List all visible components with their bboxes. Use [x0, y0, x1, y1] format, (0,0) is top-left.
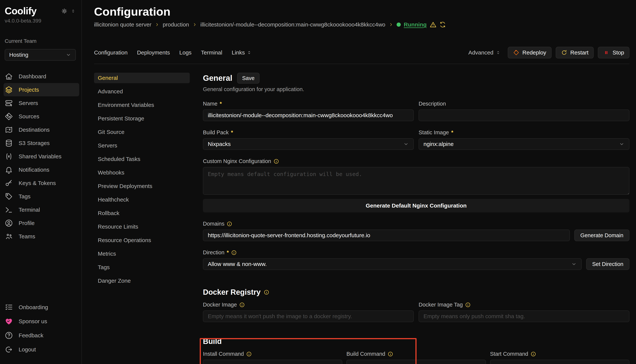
sidebar-item-keys-tokens[interactable]: Keys & Tokens [4, 176, 79, 190]
generate-nginx-config-button[interactable]: Generate Default Nginx Configuration [203, 199, 629, 212]
sidebar-item-shared-variables[interactable]: Shared Variables [4, 150, 79, 163]
subnav-git-source[interactable]: Git Source [94, 127, 190, 137]
sidebar-item-sponsor-us[interactable]: Sponsor us [4, 314, 79, 328]
start-command-input[interactable] [490, 360, 629, 364]
sidebar-item-label: Onboarding [19, 304, 48, 310]
build-command-input[interactable] [346, 360, 486, 364]
description-input[interactable] [418, 110, 629, 121]
subnav-healthcheck[interactable]: Healthcheck [94, 194, 190, 205]
app-root: Coolify v4.0.0-beta.399 Current Team Hos… [0, 0, 636, 364]
collapse-sidebar-icon[interactable] [71, 8, 76, 14]
theme-sun-icon[interactable] [61, 8, 68, 14]
sidebar-item-servers[interactable]: Servers [4, 96, 79, 110]
breadcrumb-environment[interactable]: production [163, 22, 189, 28]
sidebar-item-sources[interactable]: Sources [4, 110, 79, 123]
layers-icon [5, 86, 13, 94]
tab-deployments[interactable]: Deployments [137, 50, 170, 56]
advanced-dropdown[interactable]: Advanced [468, 50, 500, 56]
restart-icon [561, 50, 567, 56]
sidebar-item-feedback[interactable]: Feedback [4, 328, 79, 342]
label-text: Build Command [346, 351, 385, 357]
info-icon[interactable] [239, 302, 245, 308]
warning-triangle-icon[interactable] [430, 21, 437, 28]
tab-configuration[interactable]: Configuration [94, 50, 127, 56]
subnav-resource-operations[interactable]: Resource Operations [94, 235, 190, 246]
info-icon[interactable] [465, 302, 471, 308]
bell-icon [5, 166, 13, 174]
sidebar-item-onboarding[interactable]: Onboarding [4, 300, 79, 314]
subnav-persistent-storage[interactable]: Persistent Storage [94, 113, 190, 124]
label-text: Description [418, 101, 446, 107]
docker-image-tag-input[interactable] [418, 310, 629, 322]
custom-nginx-textarea[interactable] [203, 167, 629, 195]
breadcrumb-application[interactable]: illicitestonion/-module--decomposition:m… [200, 22, 385, 28]
refresh-icon[interactable] [440, 22, 446, 28]
sidebar-item-label: S3 Storages [19, 140, 50, 146]
subnav-metrics[interactable]: Metrics [94, 248, 190, 259]
build-command-field-group: Build Command [346, 346, 486, 364]
build-pack-select[interactable]: Nixpacks [203, 138, 414, 150]
save-button[interactable]: Save [237, 73, 259, 84]
sidebar-item-profile[interactable]: Profile [4, 216, 79, 230]
breadcrumb-project[interactable]: illicitonion quote server [94, 22, 151, 28]
sidebar-item-dashboard[interactable]: Dashboard [4, 70, 79, 83]
sidebar-item-projects[interactable]: Projects [4, 83, 79, 96]
chevron-right-icon [389, 22, 393, 27]
subnav-servers[interactable]: Servers [94, 140, 190, 151]
sidebar-footer-nav: Onboarding Sponsor us Feedback Logout [5, 300, 76, 356]
docker-image-field-group: Docker Image [203, 296, 414, 322]
subnav-rollback[interactable]: Rollback [94, 208, 190, 218]
subnav-general[interactable]: General [94, 73, 190, 83]
info-icon[interactable] [231, 250, 237, 256]
sidebar-item-teams[interactable]: Teams [4, 230, 79, 243]
build-pack-label: Build Pack* [203, 130, 414, 136]
info-icon[interactable] [246, 351, 252, 357]
sidebar-item-tags[interactable]: Tags [4, 190, 79, 203]
subnav-danger-zone[interactable]: Danger Zone [94, 276, 190, 286]
terminal-icon [5, 206, 13, 214]
redeploy-button[interactable]: Redeploy [508, 47, 552, 58]
info-icon[interactable] [264, 290, 269, 295]
docker-image-tag-label: Docker Image Tag [418, 302, 629, 308]
subnav-environment-variables[interactable]: Environment Variables [94, 100, 190, 110]
install-command-input[interactable] [203, 360, 342, 364]
subnav-scheduled-tasks[interactable]: Scheduled Tasks [94, 154, 190, 164]
subnav-resource-limits[interactable]: Resource Limits [94, 222, 190, 232]
info-icon[interactable] [387, 351, 393, 357]
status-dot [397, 22, 401, 27]
sidebar-item-logout[interactable]: Logout [4, 342, 79, 356]
sidebar-item-terminal[interactable]: Terminal [4, 203, 79, 216]
tab-logs[interactable]: Logs [179, 50, 192, 56]
stop-button[interactable]: Stop [598, 47, 629, 58]
domains-input[interactable] [203, 230, 570, 241]
logo-row: Coolify [5, 6, 76, 16]
restart-button[interactable]: Restart [556, 47, 594, 58]
docker-image-input[interactable] [203, 310, 414, 322]
sidebar-item-destinations[interactable]: Destinations [4, 123, 79, 136]
set-direction-button[interactable]: Set Direction [586, 258, 629, 270]
sidebar-item-label: Notifications [19, 166, 49, 173]
subnav-webhooks[interactable]: Webhooks [94, 167, 190, 178]
sidebar-item-s3-storages[interactable]: S3 Storages [4, 136, 79, 150]
tab-links[interactable]: Links [232, 50, 252, 56]
heart-icon [5, 317, 13, 326]
generate-domain-button[interactable]: Generate Domain [574, 230, 629, 241]
app-version: v4.0.0-beta.399 [5, 18, 76, 24]
subnav-tags[interactable]: Tags [94, 262, 190, 272]
sidebar-item-notifications[interactable]: Notifications [4, 163, 79, 176]
team-select[interactable]: Hosting [5, 49, 76, 61]
tab-terminal[interactable]: Terminal [201, 50, 222, 56]
name-input[interactable] [203, 110, 414, 121]
direction-select[interactable]: Allow www & non-www. [203, 258, 582, 270]
status-running-link[interactable]: Running [404, 22, 427, 28]
subnav-preview-deployments[interactable]: Preview Deployments [94, 181, 190, 192]
name-label: Name* [203, 101, 414, 107]
static-image-select[interactable]: nginx:alpine [418, 138, 629, 150]
subnav-advanced[interactable]: Advanced [94, 86, 190, 97]
stop-label: Stop [612, 50, 624, 56]
info-icon[interactable] [531, 351, 536, 357]
info-icon[interactable] [273, 158, 279, 164]
info-icon[interactable] [227, 221, 232, 227]
generate-domain-label: Generate Domain [580, 232, 623, 238]
install-command-field-group: Install Command [203, 346, 342, 364]
